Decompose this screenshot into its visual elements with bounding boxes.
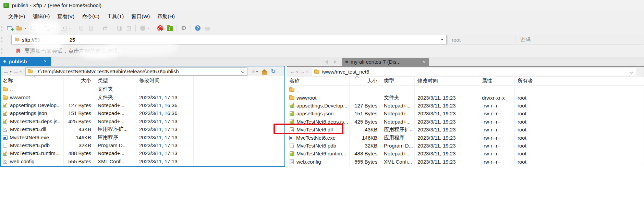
refresh-icon[interactable]: ↻ [271,68,276,75]
back-icon[interactable]: ← [3,68,9,75]
menu-file[interactable]: 文件(F) [5,12,28,21]
local-path-input[interactable]: D:\Temp\MvcTestNet6\MvcTestNet6\bin\Rele… [25,67,247,76]
menu-window[interactable]: 窗口(W) [128,12,153,21]
folder-icon [28,70,33,73]
favorites-dropdown-icon[interactable] [256,71,258,74]
folder-icon [289,96,294,100]
remote-file-panel: ← → /www/mvc_test_net6 名称 大小 类型 修改时间 属性 … [287,66,644,167]
table-row[interactable]: wwwroot文件夹2023/3/11, 17:13 [1,93,284,101]
notepadpp-icon [290,111,294,116]
help-icon[interactable]: ? [194,24,202,32]
xshell-icon[interactable] [156,24,164,32]
paste-icon [124,24,133,32]
home-icon[interactable] [262,72,267,75]
menu-view[interactable]: 查看(V) [54,12,78,21]
lock-icon [15,38,19,41]
column-header-mtime[interactable]: 修改时间 [136,76,194,85]
infobar-grip [1,48,2,54]
table-row[interactable]: MvcTestNet6.deps.js...425 BytesNotepad+.… [1,117,284,125]
tab-close-icon[interactable]: × [422,59,426,64]
config-icon [3,159,7,164]
address-url-suffix: 25 [69,37,75,43]
xftp-app-icon [3,3,9,8]
settings-gear-icon[interactable]: ⚙ [180,24,188,32]
table-row[interactable]: appsettings.json151 BytesNotepad+...2023… [287,110,644,117]
username-field[interactable]: root [447,35,515,44]
local-list-header: 名称 大小 类型 修改时间 [1,76,284,85]
run-icon [60,24,68,32]
password-field[interactable]: 密码 [516,35,644,44]
column-header-owner[interactable]: 所有者 [515,77,644,85]
column-header-name[interactable]: 名称 [287,77,350,85]
folder-icon [3,96,8,100]
remote-path-input[interactable]: /www/mvc_test_net6 [312,68,636,76]
table-row[interactable]: appsettings.json151 BytesNotepad+...2023… [1,109,284,117]
table-row[interactable]: wwwroot文件夹2023/3/11, 19:23drwxr-xr-xroot [287,93,644,101]
path-dropdown-icon[interactable] [630,70,633,73]
new-session-icon[interactable] [5,24,14,32]
doc-upload-icon [87,24,95,32]
transfer-icon: ⇄ [101,24,109,32]
run-dropdown-icon [69,28,71,30]
notepadpp-icon [3,151,7,156]
folder-icon [314,70,319,74]
open-dropdown-icon[interactable] [24,28,26,30]
favorites-star-icon[interactable]: ★ [251,68,256,75]
local-file-panel: ← → D:\Temp\MvcTestNet6\MvcTestNet6\bin\… [0,66,285,167]
back-dropdown-icon[interactable] [296,72,298,74]
tab-scroll-right-icon[interactable] [334,60,337,64]
feedback-icon [203,24,211,32]
table-row[interactable]: web.config555 BytesXML Confi...2023/3/11… [1,157,284,165]
table-row[interactable]: .. [287,86,644,93]
table-row[interactable]: web.config555 BytesXML Confi...2023/3/11… [287,158,644,166]
remote-path: /www/mvc_test_net6 [322,69,369,75]
menu-help[interactable]: 帮助(H) [154,12,178,21]
column-header-size[interactable]: 大小 [350,77,381,85]
table-row[interactable]: MvcTestNet6.exe146KB应用程序2023/3/11, 17:13 [1,133,284,141]
column-header-type[interactable]: 类型 [95,76,136,85]
column-header-size[interactable]: 大小 [64,76,95,85]
back-icon[interactable]: ← [290,68,295,75]
copy-icon [115,24,123,32]
column-header-attrs[interactable]: 属性 [479,77,515,85]
tab-status-dot [345,61,348,63]
notepadpp-icon [290,103,294,108]
bookmark-flag-icon[interactable] [16,49,20,53]
tab-close-icon[interactable]: × [43,59,47,64]
title-bar: publish - Xftp 7 (Free for Home/School) [0,0,644,11]
remote-list-header: 名称 大小 类型 修改时间 属性 所有者 [287,77,644,86]
forward-dropdown-icon [20,71,22,74]
open-folder-icon[interactable] [15,24,23,32]
column-header-type[interactable]: 类型 [381,77,415,85]
table-row[interactable]: MvcTestNet6.runtim...488 BytesNotepad+..… [287,150,644,157]
address-grip [1,37,2,42]
address-dropdown-icon[interactable] [441,39,443,42]
table-row[interactable]: appsettings.Develop...127 BytesNotepad+.… [1,101,284,109]
censor-blur [29,20,60,36]
column-header-mtime[interactable]: 修改时间 [415,77,479,85]
table-row[interactable]: appsettings.Develop...127 BytesNotepad+.… [287,102,644,110]
table-row[interactable]: MvcTestNet6.runtim...488 BytesNotepad+..… [1,149,284,157]
window-title: publish - Xftp 7 (Free for Home/School) [12,2,101,8]
tab-my-ali-centos-7[interactable]: my-ali-centos-7 (Dis... × [342,58,429,66]
menu-command[interactable]: 命令(C) [78,12,103,21]
table-row[interactable]: MvcTestNet6.pdb32KBProgram D...2023/3/11… [1,141,284,149]
address-input[interactable]: sftp://59 25 [11,35,447,44]
tab-scroll-left-icon[interactable] [325,60,328,64]
path-dropdown-icon[interactable] [241,69,245,73]
tab-publish[interactable]: publish × [0,57,51,66]
table-row[interactable]: MvcTestNet6.pdb32KBProgram D...2023/3/11… [287,142,644,150]
file-icon [3,143,7,148]
menu-tools[interactable]: 工具(T) [104,12,127,21]
dll-icon [3,127,7,132]
back-dropdown-icon[interactable] [10,71,12,74]
tab-label: my-ali-centos-7 (Dis... [351,59,422,65]
forward-icon: → [13,68,19,75]
table-row[interactable]: ..文件夹 [1,85,284,93]
table-row[interactable]: MvcTestNet6.dll43KB应用程序扩...2023/3/11, 17… [1,125,284,133]
file-icon [290,143,294,148]
xftp-icon[interactable] [166,24,174,32]
notepadpp-icon [3,111,7,116]
notepadpp-icon [3,119,7,124]
table-row[interactable]: MvcTestNet6.exe146KB应用程序2023/3/11, 19:23… [287,133,644,141]
